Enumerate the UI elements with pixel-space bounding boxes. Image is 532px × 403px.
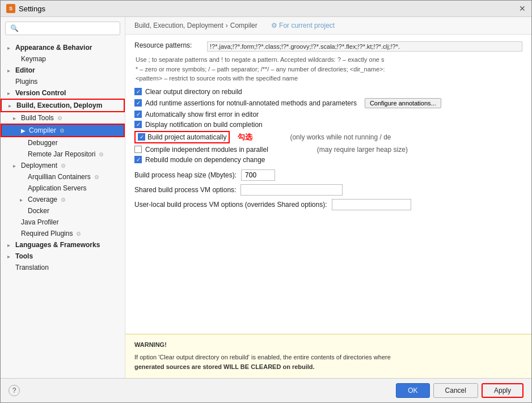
close-button[interactable]: ✕ <box>519 4 526 13</box>
build-auto-annotation: 勾选 <box>238 132 252 142</box>
sidebar-item-app-servers[interactable]: Application Servers <box>1 183 125 194</box>
sidebar-item-label: Translation <box>15 264 49 272</box>
user-local-vm-input[interactable] <box>332 199 411 210</box>
sidebar-item-label: Appearance & Behavior <box>15 44 92 52</box>
main-content: 🔍 ▸ Appearance & Behavior Keymap ▸ Edito… <box>1 17 531 378</box>
option-clear-output: Clear output directory on rebuild <box>134 88 522 96</box>
compile-parallel-label: Compile independent modules in parallel <box>145 146 268 154</box>
sidebar-item-appearance[interactable]: ▸ Appearance & Behavior <box>1 42 125 53</box>
display-notification-checkbox[interactable] <box>134 121 142 128</box>
settings-icon: ⚙ <box>94 174 99 180</box>
option-compile-parallel: Compile independent modules in parallel … <box>134 146 522 154</box>
configure-annotations-button[interactable]: Configure annotations... <box>365 98 441 108</box>
arrow-icon: ▸ <box>20 197 26 203</box>
breadcrumb: Build, Execution, Deployment › Compiler … <box>125 17 531 35</box>
help-icon[interactable]: ? <box>9 385 20 396</box>
ok-button[interactable]: OK <box>396 383 429 398</box>
sidebar-item-label: Build, Execution, Deploym <box>16 101 102 109</box>
settings-icon: ⚙ <box>60 128 65 134</box>
help-line1: Use ; to separate patterns and ! to nega… <box>136 55 521 65</box>
sidebar-item-translation[interactable]: Translation <box>1 262 125 273</box>
cancel-button[interactable]: Cancel <box>433 383 478 398</box>
build-auto-label: Build project automatically <box>147 133 226 141</box>
auto-show-error-label: Automatically show first error in editor <box>145 111 259 118</box>
option-build-auto: Build project automatically 勾选 (only wor… <box>134 131 522 143</box>
settings-icon: ⚙ <box>57 115 62 121</box>
bottom-bar: ? OK Cancel Apply <box>1 378 531 402</box>
settings-dialog: S Settings ✕ 🔍 ▸ Appearance & Behavior K… <box>0 0 532 403</box>
add-runtime-checkbox[interactable] <box>134 99 142 107</box>
sidebar-item-label: Keymap <box>21 55 46 63</box>
sidebar-item-keymap[interactable]: Keymap <box>1 53 125 65</box>
heap-size-input[interactable] <box>241 169 275 181</box>
shared-vm-row: Shared build process VM options: <box>134 184 522 196</box>
sidebar-item-label: Languages & Frameworks <box>15 241 100 249</box>
arrow-icon: ▸ <box>7 253 13 260</box>
sidebar-item-build-tools[interactable]: ▸ Build Tools ⚙ <box>1 112 125 124</box>
shared-vm-input[interactable] <box>240 184 343 196</box>
option-add-runtime: Add runtime assertions for notnull-annot… <box>134 98 522 108</box>
warning-text1: If option 'Clear output directory on reb… <box>134 353 522 363</box>
sidebar-item-editor[interactable]: ▸ Editor <box>1 65 125 76</box>
arrow-icon: ▸ <box>7 242 13 248</box>
settings-icon: ⚙ <box>61 197 66 203</box>
title-bar-left: S Settings <box>6 4 45 13</box>
breadcrumb-sep: › <box>226 22 228 29</box>
for-current-project: ⚙ For current project <box>271 22 335 29</box>
breadcrumb-path2: Compiler <box>230 22 257 29</box>
rebuild-dependency-label: Rebuild module on dependency change <box>145 156 265 164</box>
apply-button[interactable]: Apply <box>482 383 523 398</box>
resource-patterns-row: Resource patterns: !?*.java;!?*.form;!?*… <box>134 41 522 52</box>
settings-icon: ⚙ <box>99 151 104 158</box>
clear-output-checkbox[interactable] <box>134 88 142 95</box>
compile-parallel-checkbox[interactable] <box>134 146 142 153</box>
build-auto-note: (only works while not running / de <box>290 133 391 141</box>
sidebar-item-label: Deployment <box>21 162 57 169</box>
sidebar-item-label: Tools <box>15 252 33 260</box>
sidebar-item-label: Coverage <box>28 196 57 203</box>
app-icon: S <box>6 4 15 13</box>
sidebar-item-java-profiler[interactable]: Java Profiler <box>1 217 125 228</box>
display-notification-label: Display notification on build completion <box>145 121 263 129</box>
heap-size-row: Build process heap size (Mbytes): <box>134 169 522 181</box>
sidebar-item-version-control[interactable]: ▸ Version Control <box>1 87 125 99</box>
search-input[interactable] <box>21 24 115 32</box>
sidebar: 🔍 ▸ Appearance & Behavior Keymap ▸ Edito… <box>1 17 125 378</box>
build-auto-checkbox[interactable] <box>138 133 145 141</box>
option-rebuild-dependency: Rebuild module on dependency change <box>134 156 522 164</box>
sidebar-item-compiler[interactable]: ▶ Compiler ⚙ <box>1 124 125 137</box>
sidebar-item-label: Arquillian Containers <box>28 173 91 181</box>
help-line2: * – zero or more symbols; / – path separ… <box>136 65 521 74</box>
sidebar-item-docker[interactable]: Docker <box>1 205 125 217</box>
shared-vm-label: Shared build process VM options: <box>134 186 236 194</box>
sidebar-item-plugins[interactable]: Plugins <box>1 76 125 87</box>
sidebar-item-coverage[interactable]: ▸ Coverage ⚙ <box>1 194 125 205</box>
sidebar-item-tools[interactable]: ▸ Tools <box>1 251 125 262</box>
sidebar-item-required-plugins[interactable]: Required Plugins ⚙ <box>1 228 125 239</box>
user-local-vm-label: User-local build process VM options (ove… <box>134 201 327 209</box>
rebuild-dependency-checkbox[interactable] <box>134 156 142 163</box>
settings-icon: ⚙ <box>76 231 81 237</box>
sidebar-item-label: Remote Jar Repositori <box>28 150 95 158</box>
sidebar-item-label: Plugins <box>15 78 37 86</box>
breadcrumb-path1: Build, Execution, Deployment <box>134 22 223 29</box>
sidebar-item-label: Version Control <box>15 89 66 97</box>
sidebar-item-label: Docker <box>28 207 49 215</box>
sidebar-item-languages[interactable]: ▸ Languages & Frameworks <box>1 239 125 251</box>
title-bar: S Settings ✕ <box>1 1 531 17</box>
warning-text2: generated sources are stored WILL BE CLE… <box>134 362 522 372</box>
button-group: OK Cancel Apply <box>396 383 523 398</box>
resource-label: Resource patterns: <box>134 41 202 49</box>
option-display-notification: Display notification on build completion <box>134 121 522 129</box>
sidebar-item-debugger[interactable]: Debugger <box>1 137 125 149</box>
help-line3: <pattern> – restrict to source roots wit… <box>136 74 521 83</box>
auto-show-error-checkbox[interactable] <box>134 111 142 118</box>
sidebar-item-remote-jar[interactable]: Remote Jar Repositori ⚙ <box>1 149 125 160</box>
sidebar-item-build-execution[interactable]: ▸ Build, Execution, Deploym <box>1 99 125 112</box>
tree-area: ▸ Appearance & Behavior Keymap ▸ Editor … <box>1 40 125 378</box>
sidebar-item-arquillian[interactable]: Arquillian Containers ⚙ <box>1 171 125 183</box>
sidebar-item-deployment[interactable]: ▸ Deployment ⚙ <box>1 160 125 171</box>
search-box[interactable]: 🔍 <box>5 22 120 35</box>
compile-parallel-note: (may require larger heap size) <box>317 146 408 154</box>
resource-value[interactable]: !?*.java;!?*.form;!?*.class;!?*.groovy;!… <box>207 41 522 52</box>
